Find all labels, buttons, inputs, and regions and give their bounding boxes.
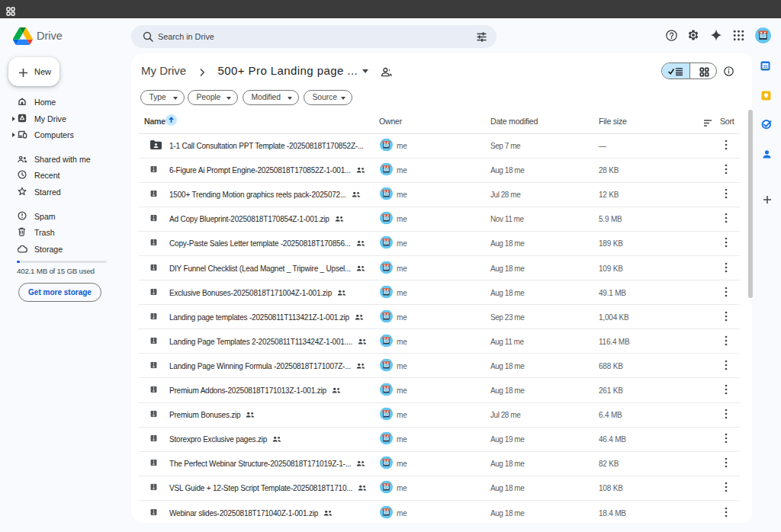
svg-text:31: 31 xyxy=(763,64,767,69)
